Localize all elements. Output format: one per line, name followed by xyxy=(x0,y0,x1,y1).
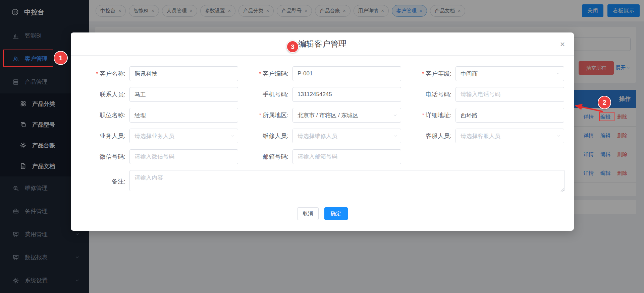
region-value: 北京市 / 市辖区 / 东城区 xyxy=(298,112,358,119)
annotation-badge-1: 1 xyxy=(54,51,68,65)
confirm-button[interactable]: 确定 xyxy=(324,207,348,220)
region-field: *所属地区:北京市 / 市辖区 / 东城区 xyxy=(240,108,401,123)
position-title-field: 职位名称: xyxy=(77,108,238,123)
sales-person-select[interactable]: 请选择业务人员 xyxy=(129,129,238,143)
wechat-number-field: 微信号码: xyxy=(77,149,238,164)
email-number-input[interactable] xyxy=(292,149,401,164)
sales-person-field: 业务人员:请选择业务人员 xyxy=(77,129,238,143)
service-person-value: 请选择客服人员 xyxy=(461,132,500,140)
contact-person-label: 联系人员: xyxy=(77,90,125,98)
customer-level-field: *客户等级:中间商 xyxy=(404,66,564,81)
modal-footer: 取消确定 xyxy=(71,207,574,220)
wechat-number-input[interactable] xyxy=(129,149,238,164)
form-row: 备注: xyxy=(71,170,574,193)
repair-person-select[interactable]: 请选择维修人员 xyxy=(292,129,401,143)
customer-code-field: *客户编码: xyxy=(240,66,401,81)
customer-code-input[interactable] xyxy=(292,66,401,81)
form-row: 职位名称:*所属地区:北京市 / 市辖区 / 东城区*详细地址: xyxy=(71,108,574,123)
service-person-field: 客服人员:请选择客服人员 xyxy=(404,129,564,143)
customer-level-select[interactable]: 中间商 xyxy=(455,66,564,81)
customer-name-field: *客户名称: xyxy=(77,66,238,81)
wechat-number-label: 微信号码: xyxy=(77,153,125,161)
telephone-label: 电话号码: xyxy=(404,90,451,98)
email-number-label: 邮箱号码: xyxy=(240,153,288,161)
remark-field: 备注: xyxy=(77,170,565,193)
annotation-box-edit-link xyxy=(599,112,614,121)
chevron-down-icon xyxy=(230,134,234,138)
edit-customer-form: *客户名称:*客户编码:*客户等级:中间商联系人员:手机号码:电话号码:职位名称… xyxy=(71,56,574,220)
form-row: 业务人员:请选择业务人员维修人员:请选择维修人员客服人员:请选择客服人员 xyxy=(71,129,574,143)
form-row: *客户名称:*客户编码:*客户等级:中间商 xyxy=(71,66,574,81)
cancel-button[interactable]: 取消 xyxy=(297,207,319,220)
sales-person-value: 请选择业务人员 xyxy=(135,132,174,140)
telephone-input[interactable] xyxy=(455,87,564,102)
position-title-input[interactable] xyxy=(129,108,238,123)
region-select[interactable]: 北京市 / 市辖区 / 东城区 xyxy=(292,108,401,123)
required-mark: * xyxy=(259,71,261,77)
contact-person-field: 联系人员: xyxy=(77,87,238,102)
service-person-label: 客服人员: xyxy=(404,132,451,140)
close-icon[interactable]: ✕ xyxy=(560,41,565,48)
position-title-label: 职位名称: xyxy=(77,111,125,119)
customer-level-value: 中间商 xyxy=(461,70,478,78)
modal-header: 编辑客户管理 ✕ xyxy=(71,32,574,56)
mobile-number-input[interactable] xyxy=(292,87,401,102)
remark-label: 备注: xyxy=(77,177,125,186)
address-label: *详细地址: xyxy=(404,111,451,119)
annotation-badge-3: 3 xyxy=(286,41,299,53)
required-mark: * xyxy=(422,112,424,119)
chevron-down-icon xyxy=(556,71,560,76)
mobile-number-field: 手机号码: xyxy=(240,87,401,102)
service-person-select[interactable]: 请选择客服人员 xyxy=(455,129,564,143)
required-mark: * xyxy=(259,112,261,119)
sales-person-label: 业务人员: xyxy=(77,132,125,140)
required-mark: * xyxy=(96,71,98,77)
email-number-field: 邮箱号码: xyxy=(240,149,401,164)
chevron-down-icon xyxy=(393,113,397,118)
edit-customer-modal: 编辑客户管理 ✕ *客户名称:*客户编码:*客户等级:中间商联系人员:手机号码:… xyxy=(71,32,574,231)
annotation-box-sidebar-customers xyxy=(3,50,53,67)
address-input[interactable] xyxy=(455,108,564,123)
repair-person-value: 请选择维修人员 xyxy=(298,132,337,140)
repair-person-field: 维修人员:请选择维修人员 xyxy=(240,129,401,143)
customer-name-label: *客户名称: xyxy=(77,70,125,78)
required-mark: * xyxy=(422,71,424,77)
mobile-number-label: 手机号码: xyxy=(240,90,288,98)
customer-code-label: *客户编码: xyxy=(240,70,288,78)
remark-textarea[interactable] xyxy=(129,170,565,191)
region-label: *所属地区: xyxy=(240,111,288,119)
form-row: 联系人员:手机号码:电话号码: xyxy=(71,87,574,102)
chevron-down-icon xyxy=(556,134,560,138)
form-row: 微信号码:邮箱号码: xyxy=(71,149,574,164)
repair-person-label: 维修人员: xyxy=(240,132,288,140)
address-field: *详细地址: xyxy=(404,108,564,123)
customer-name-input[interactable] xyxy=(129,66,238,81)
customer-level-label: *客户等级: xyxy=(404,70,451,78)
modal-title: 编辑客户管理 xyxy=(298,39,346,49)
contact-person-input[interactable] xyxy=(129,87,238,102)
telephone-field: 电话号码: xyxy=(404,87,564,102)
chevron-down-icon xyxy=(393,134,397,138)
